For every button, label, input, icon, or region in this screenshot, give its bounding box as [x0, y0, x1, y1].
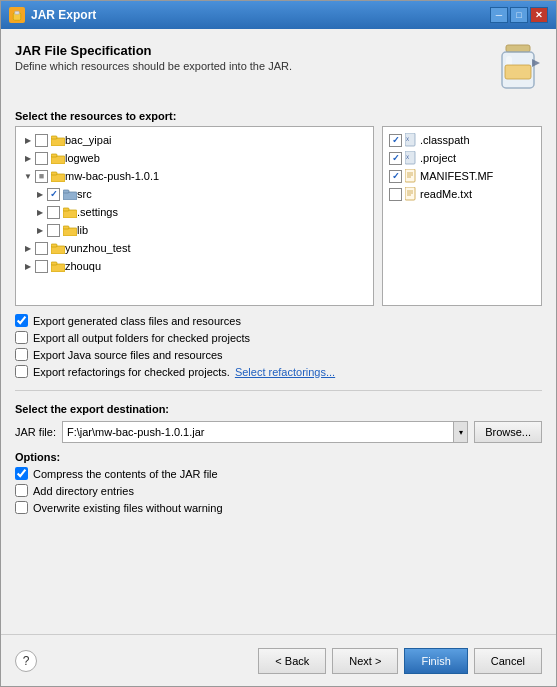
export-refactorings-label: Export refactorings for checked projects…	[33, 366, 230, 378]
svg-rect-8	[51, 136, 57, 139]
expand-bac-yipai[interactable]: ▶	[22, 134, 34, 146]
chk-mw-bac-push[interactable]: ■	[35, 170, 48, 183]
folder-icon-src	[63, 189, 77, 200]
tree-label-yunzhou-test: yunzhou_test	[65, 242, 130, 254]
tree-item-yunzhou-test[interactable]: ▶ yunzhou_test	[18, 239, 371, 257]
tree-item-src[interactable]: ▶ ✓ src	[18, 185, 371, 203]
footer-right: < Back Next > Finish Cancel	[258, 648, 542, 674]
chk-lib[interactable]	[47, 224, 60, 237]
tree-label-src: src	[77, 188, 92, 200]
compress-checkbox[interactable]	[15, 467, 28, 480]
file-item-classpath[interactable]: ✓ X .classpath	[385, 131, 539, 149]
tree-item-settings[interactable]: ▶ .settings	[18, 203, 371, 221]
resources-label: Select the resources to export:	[15, 110, 542, 122]
file-item-readme[interactable]: readMe.txt	[385, 185, 539, 203]
file-label-classpath: .classpath	[420, 134, 470, 146]
file-icon-classpath: X	[405, 133, 417, 147]
export-class-files-checkbox[interactable]	[15, 314, 28, 327]
divider	[15, 390, 542, 391]
chk-readme[interactable]	[389, 188, 402, 201]
tree-item-mw-bac-push[interactable]: ▼ ■ mw-bac-push-1.0.1	[18, 167, 371, 185]
jar-path-dropdown-arrow[interactable]: ▾	[453, 422, 467, 442]
chk-zhouqu[interactable]	[35, 260, 48, 273]
file-panel[interactable]: ✓ X .classpath ✓ X .project ✓ MANIFES	[382, 126, 542, 306]
destination-label: Select the export destination:	[15, 403, 542, 415]
chk-settings[interactable]	[47, 206, 60, 219]
overwrite-checkbox[interactable]	[15, 501, 28, 514]
svg-rect-20	[51, 244, 57, 247]
jar-path-input-wrap[interactable]: ▾	[62, 421, 468, 443]
expand-mw-bac-push[interactable]: ▼	[22, 170, 34, 182]
finish-button[interactable]: Finish	[404, 648, 467, 674]
next-button[interactable]: Next >	[332, 648, 398, 674]
expand-logweb[interactable]: ▶	[22, 152, 34, 164]
compress-label: Compress the contents of the JAR file	[33, 468, 218, 480]
export-output-folders-row[interactable]: Export all output folders for checked pr…	[15, 331, 542, 344]
svg-text:X: X	[406, 154, 409, 160]
export-refactorings-checkbox[interactable]	[15, 365, 28, 378]
file-label-project: .project	[420, 152, 456, 164]
back-button[interactable]: < Back	[258, 648, 326, 674]
export-options-section: Export generated class files and resourc…	[15, 314, 542, 378]
tree-item-bac-yipai[interactable]: ▶ bac_yipai	[18, 131, 371, 149]
add-directory-checkbox[interactable]	[15, 484, 28, 497]
export-class-files-row[interactable]: Export generated class files and resourc…	[15, 314, 542, 327]
export-output-folders-label: Export all output folders for checked pr…	[33, 332, 250, 344]
chk-classpath[interactable]: ✓	[389, 134, 402, 147]
browse-button[interactable]: Browse...	[474, 421, 542, 443]
svg-rect-27	[405, 169, 415, 182]
chk-yunzhou-test[interactable]	[35, 242, 48, 255]
close-button[interactable]: ✕	[530, 7, 548, 23]
help-button[interactable]: ?	[15, 650, 37, 672]
jar-illustration	[494, 43, 542, 102]
jar-file-label: JAR file:	[15, 426, 56, 438]
file-item-manifest[interactable]: ✓ MANIFEST.MF	[385, 167, 539, 185]
folder-icon-mw-bac-push	[51, 171, 65, 182]
tree-item-logweb[interactable]: ▶ logweb	[18, 149, 371, 167]
page-title: JAR File Specification	[15, 43, 292, 58]
compress-row[interactable]: Compress the contents of the JAR file	[15, 467, 542, 480]
chk-bac-yipai[interactable]	[35, 134, 48, 147]
svg-rect-14	[63, 190, 69, 193]
folder-icon-logweb	[51, 153, 65, 164]
folder-icon-zhouqu	[51, 261, 65, 272]
tree-item-lib[interactable]: ▶ lib	[18, 221, 371, 239]
chk-logweb[interactable]	[35, 152, 48, 165]
export-java-source-row[interactable]: Export Java source files and resources	[15, 348, 542, 361]
footer: ? < Back Next > Finish Cancel	[1, 634, 556, 686]
chk-src[interactable]: ✓	[47, 188, 60, 201]
export-java-source-checkbox[interactable]	[15, 348, 28, 361]
minimize-button[interactable]: ─	[490, 7, 508, 23]
overwrite-row[interactable]: Overwrite existing files without warning	[15, 501, 542, 514]
content-area: JAR File Specification Define which reso…	[1, 29, 556, 634]
title-bar-buttons: ─ □ ✕	[490, 7, 548, 23]
svg-text:X: X	[406, 136, 409, 142]
svg-rect-16	[63, 208, 69, 211]
expand-lib[interactable]: ▶	[34, 224, 46, 236]
footer-left: ?	[15, 650, 37, 672]
expand-settings[interactable]: ▶	[34, 206, 46, 218]
add-directory-label: Add directory entries	[33, 485, 134, 497]
add-directory-row[interactable]: Add directory entries	[15, 484, 542, 497]
tree-panel[interactable]: ▶ bac_yipai ▶ logweb ▼	[15, 126, 374, 306]
svg-rect-5	[505, 65, 531, 79]
svg-rect-12	[51, 172, 57, 175]
svg-rect-18	[63, 226, 69, 229]
chk-project[interactable]: ✓	[389, 152, 402, 165]
file-item-project[interactable]: ✓ X .project	[385, 149, 539, 167]
cancel-button[interactable]: Cancel	[474, 648, 542, 674]
resources-panel: ▶ bac_yipai ▶ logweb ▼	[15, 126, 542, 306]
expand-yunzhou-test[interactable]: ▶	[22, 242, 34, 254]
folder-icon-lib	[63, 225, 77, 236]
tree-label-zhouqu: zhouqu	[65, 260, 101, 272]
maximize-button[interactable]: □	[510, 7, 528, 23]
export-output-folders-checkbox[interactable]	[15, 331, 28, 344]
expand-src[interactable]: ▶	[34, 188, 46, 200]
select-refactorings-link[interactable]: Select refactorings...	[235, 366, 335, 378]
header-row: JAR File Specification Define which reso…	[15, 43, 542, 102]
jar-path-input[interactable]	[63, 426, 453, 438]
expand-zhouqu[interactable]: ▶	[22, 260, 34, 272]
tree-item-zhouqu[interactable]: ▶ zhouqu	[18, 257, 371, 275]
chk-manifest[interactable]: ✓	[389, 170, 402, 183]
export-refactorings-row[interactable]: Export refactorings for checked projects…	[15, 365, 542, 378]
